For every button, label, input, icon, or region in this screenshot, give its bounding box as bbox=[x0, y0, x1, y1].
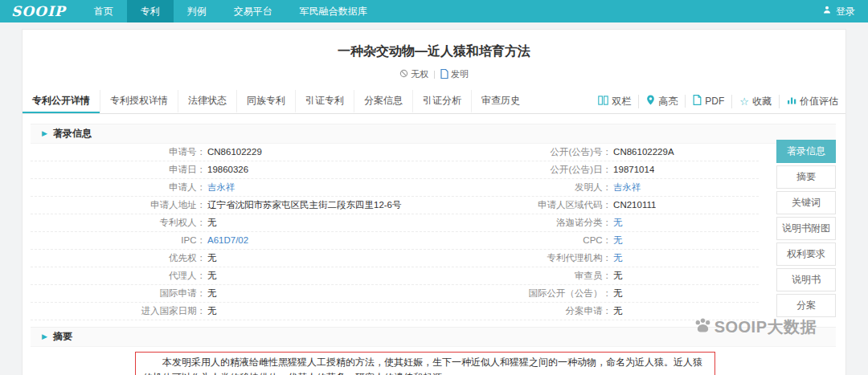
field-label: 公开(公告)号： bbox=[409, 144, 612, 161]
field-value: 19860326 bbox=[207, 161, 248, 178]
star-icon: ☆ bbox=[739, 96, 749, 107]
table-row: 进入国家日期：无 分案申请：无 bbox=[31, 303, 759, 320]
favorite-label: 收藏 bbox=[752, 95, 772, 108]
anchor-item-description[interactable]: 说明书 bbox=[776, 268, 836, 291]
login-label: 登录 bbox=[836, 0, 855, 22]
section-header-biblio[interactable]: ▶ 著录信息 bbox=[31, 124, 836, 144]
field-label: CPC： bbox=[409, 232, 612, 249]
field-value: 无 bbox=[613, 267, 623, 284]
user-icon bbox=[822, 0, 832, 22]
meta-divider bbox=[434, 71, 435, 79]
field-value: CN210111 bbox=[613, 197, 656, 214]
field-value: 无 bbox=[207, 285, 217, 302]
anchor-item-claims[interactable]: 权利要求 bbox=[776, 243, 836, 266]
biblio-table: 申请号：CN86102229 公开(公告)号：CN86102229A 申请日：1… bbox=[31, 144, 836, 320]
value-assessment-label: 价值评估 bbox=[800, 95, 838, 108]
tab-divisional-info[interactable]: 分案信息 bbox=[354, 90, 412, 113]
abstract-text: 本发明采用人的精液给雌性黑猩猩人工授精的方法，使其妊娠，生下一种近似人和猩猩之间… bbox=[143, 357, 702, 375]
field-value: CN86102229 bbox=[207, 144, 262, 161]
field-label: 洛迦诺分类： bbox=[409, 214, 612, 231]
sooip-logo[interactable]: SOOIP bbox=[0, 0, 80, 22]
table-row: 专利权人：无 洛迦诺分类：无 bbox=[31, 214, 759, 232]
two-column-button[interactable]: 双栏 bbox=[591, 95, 638, 108]
field-label: 国际申请： bbox=[31, 285, 206, 302]
anchor-item-drawings[interactable]: 说明书附图 bbox=[776, 217, 836, 240]
ipc-code-link[interactable]: A61D7/02 bbox=[207, 232, 248, 249]
table-row: 申请号：CN86102229 公开(公告)号：CN86102229A bbox=[31, 144, 759, 161]
nav-item-cases[interactable]: 判例 bbox=[174, 0, 220, 22]
top-navbar: SOOIP 首页 专利 判例 交易平台 军民融合数据库 登录 bbox=[0, 0, 868, 22]
status-badge: 无权 bbox=[399, 68, 428, 80]
pdf-label: PDF bbox=[705, 96, 724, 107]
field-label: IPC： bbox=[31, 232, 206, 249]
field-value: 无 bbox=[207, 303, 217, 320]
field-value: 无 bbox=[613, 303, 623, 320]
section-title-biblio: 著录信息 bbox=[53, 127, 92, 141]
type-badge: 发明 bbox=[440, 68, 469, 80]
table-row: 优先权：无 专利代理机构：无 bbox=[31, 250, 759, 267]
value-assessment-button[interactable]: 价值评估 bbox=[779, 95, 845, 108]
nav-item-military-civil-db[interactable]: 军民融合数据库 bbox=[286, 0, 381, 22]
nav-item-trade-platform[interactable]: 交易平台 bbox=[220, 0, 286, 22]
tab-patent-family[interactable]: 同族专利 bbox=[236, 90, 295, 113]
nav-item-home[interactable]: 首页 bbox=[80, 0, 127, 22]
field-label: 专利代理机构： bbox=[409, 250, 612, 267]
anchor-item-divisional[interactable]: 分案 bbox=[776, 294, 836, 317]
field-label: 发明人： bbox=[409, 179, 612, 196]
abstract-section: ▶ 摘要 本发明采用人的精液给雌性黑猩猩人工授精的方法，使其妊娠，生下一种近似人… bbox=[31, 327, 836, 375]
field-value: 无 bbox=[613, 214, 623, 231]
field-value: 19871014 bbox=[613, 161, 654, 178]
table-row: IPC：A61D7/02 CPC：无 bbox=[31, 232, 759, 250]
field-value: 无 bbox=[207, 214, 217, 231]
field-label: 优先权： bbox=[31, 250, 206, 267]
section-title-abstract: 摘要 bbox=[53, 330, 72, 344]
anchor-item-keywords[interactable]: 关键词 bbox=[776, 191, 836, 214]
field-label: 代理人： bbox=[31, 267, 206, 284]
field-value: CN86102229A bbox=[613, 144, 674, 161]
no-rights-icon bbox=[399, 69, 408, 79]
highlight-button[interactable]: 高亮 bbox=[638, 95, 685, 108]
field-label: 申请号： bbox=[31, 144, 206, 161]
abstract-annotation-box: 本发明采用人的精液给雌性黑猩猩人工授精的方法，使其妊娠，生下一种近似人和猩猩之间… bbox=[135, 352, 715, 375]
tab-bar: 专利公开详情 专利授权详情 法律状态 同族专利 引证专利 分案信息 引证分析 审… bbox=[23, 90, 845, 114]
field-label: 申请人区域代码： bbox=[409, 197, 612, 214]
field-value: 无 bbox=[207, 267, 217, 284]
field-label: 国际公开（公告）： bbox=[409, 285, 612, 302]
patent-meta: 无权 发明 bbox=[23, 68, 845, 80]
nav-item-patent[interactable]: 专利 bbox=[127, 0, 174, 22]
content-area: ▶ 著录信息 申请号：CN86102229 公开(公告)号：CN86102229… bbox=[23, 114, 845, 375]
tab-examination-history[interactable]: 审查历史 bbox=[471, 90, 530, 113]
anchor-item-biblio[interactable]: 著录信息 bbox=[776, 140, 836, 163]
anchor-nav: 著录信息 摘要 关键词 说明书附图 权利要求 说明书 分案 bbox=[776, 140, 836, 320]
tab-citation-analysis[interactable]: 引证分析 bbox=[412, 90, 471, 113]
location-pin-icon bbox=[646, 95, 655, 108]
field-label: 公开(公告)日： bbox=[409, 161, 612, 178]
favorite-button[interactable]: ☆ 收藏 bbox=[731, 95, 779, 108]
invention-doc-icon bbox=[440, 69, 448, 80]
field-label: 专利权人： bbox=[31, 214, 206, 231]
inventor-link[interactable]: 吉永祥 bbox=[613, 179, 641, 196]
table-row: 申请人地址：辽宁省沈阳市苏家屯区民主街二段东四里12-6号 申请人区域代码：CN… bbox=[31, 197, 759, 214]
tab-legal-status[interactable]: 法律状态 bbox=[178, 90, 236, 113]
table-row: 国际申请：无 国际公开（公告）：无 bbox=[31, 285, 759, 303]
collapse-arrow-icon: ▶ bbox=[42, 333, 47, 340]
status-label: 无权 bbox=[411, 68, 428, 80]
field-value: 无 bbox=[613, 285, 623, 302]
applicant-link[interactable]: 吉永祥 bbox=[207, 179, 235, 196]
login-button[interactable]: 登录 bbox=[809, 0, 868, 22]
section-header-abstract[interactable]: ▶ 摘要 bbox=[31, 327, 836, 347]
tab-cited-patents[interactable]: 引证专利 bbox=[295, 90, 354, 113]
two-column-icon bbox=[598, 96, 608, 108]
table-row: 申请人：吉永祥 发明人：吉永祥 bbox=[31, 179, 759, 197]
table-row: 代理人：无 审查员：无 bbox=[31, 267, 759, 285]
pdf-button[interactable]: PDF bbox=[685, 95, 731, 108]
field-label: 申请人地址： bbox=[31, 197, 206, 214]
field-value: 无 bbox=[207, 250, 217, 267]
field-label: 分案申请： bbox=[409, 303, 612, 320]
two-column-label: 双栏 bbox=[612, 95, 631, 108]
tab-grant-details[interactable]: 专利授权详情 bbox=[100, 90, 178, 113]
field-value: 无 bbox=[613, 250, 623, 267]
field-value: 辽宁省沈阳市苏家屯区民主街二段东四里12-6号 bbox=[207, 197, 402, 214]
tab-publication-details[interactable]: 专利公开详情 bbox=[23, 90, 100, 113]
anchor-item-abstract[interactable]: 摘要 bbox=[776, 165, 836, 189]
